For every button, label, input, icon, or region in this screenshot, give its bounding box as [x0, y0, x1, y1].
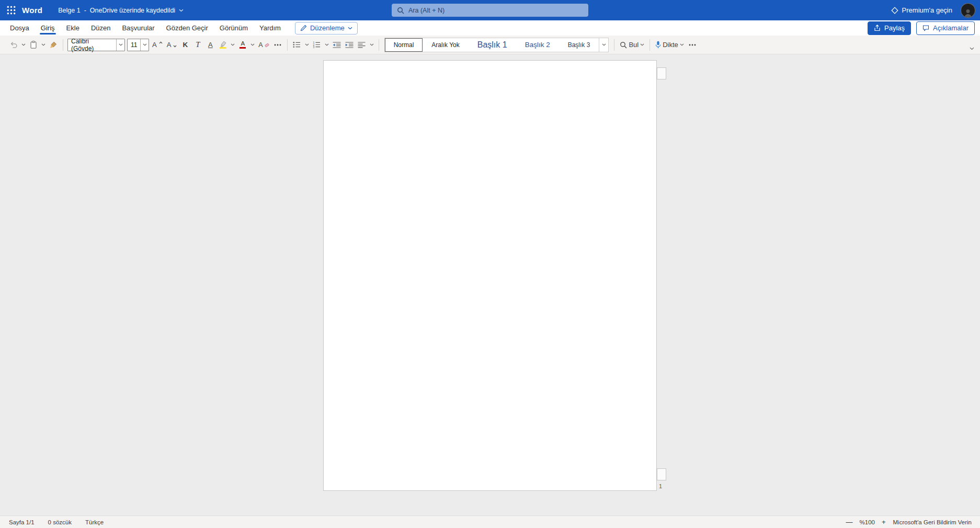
search-input[interactable]	[408, 7, 583, 14]
share-button[interactable]: Paylaş	[868, 21, 911, 35]
editing-mode-button[interactable]: Düzenleme	[295, 22, 358, 35]
alignment-button[interactable]	[356, 38, 368, 52]
zoom-in-button[interactable]: +	[882, 519, 886, 525]
chevron-down-icon	[21, 43, 26, 46]
caret-up-icon	[159, 41, 163, 44]
search-box[interactable]	[392, 4, 588, 17]
styles-gallery-expand-button[interactable]	[599, 38, 608, 52]
tab-basvurular[interactable]: Başvurular	[116, 20, 160, 36]
undo-button[interactable]	[7, 38, 20, 52]
ribbon-separator	[649, 39, 650, 51]
style-heading-1[interactable]: Başlık 1	[469, 38, 516, 52]
feedback-link[interactable]: Microsoft'a Geri Bildirim Verin	[893, 519, 972, 525]
highlighter-icon	[219, 41, 227, 49]
ribbon-separator	[379, 39, 379, 51]
page-number-indicator: 1	[659, 483, 662, 489]
zoom-level[interactable]: %100	[860, 519, 875, 525]
premium-label: Premium'a geçin	[902, 6, 952, 14]
style-heading-3[interactable]: Başlık 3	[559, 38, 599, 52]
italic-button[interactable]: T	[191, 38, 204, 52]
font-size-value: 11	[128, 39, 140, 51]
find-icon	[620, 41, 627, 49]
ellipsis-icon	[274, 44, 281, 46]
chevron-down-icon	[179, 9, 184, 12]
bulleted-list-icon	[293, 41, 301, 48]
grow-font-button[interactable]: A	[150, 38, 165, 52]
svg-text:3: 3	[313, 45, 315, 48]
font-color-button[interactable]: A	[236, 38, 249, 52]
font-color-icon: A	[240, 41, 246, 49]
font-name-combo[interactable]: Calibri (Gövde)	[67, 39, 125, 51]
format-painter-button[interactable]	[47, 38, 60, 52]
paste-button[interactable]	[27, 38, 40, 52]
tab-gorunum[interactable]: Görünüm	[214, 20, 254, 36]
bullets-dropdown[interactable]	[303, 38, 311, 52]
zoom-out-button[interactable]: —	[846, 519, 853, 525]
title-separator: -	[84, 7, 86, 14]
decrease-indent-button[interactable]	[331, 38, 343, 52]
shrink-font-button[interactable]: A	[165, 38, 179, 52]
premium-upgrade-button[interactable]: Premium'a geçin	[891, 6, 952, 14]
tab-dosya[interactable]: Dosya	[4, 20, 35, 36]
bold-button[interactable]: K	[179, 38, 191, 52]
bullets-button[interactable]	[291, 38, 303, 52]
comments-button[interactable]: Açıklamalar	[916, 21, 975, 35]
style-heading-2[interactable]: Başlık 2	[516, 38, 559, 52]
font-color-dropdown[interactable]	[249, 38, 256, 52]
margin-handle-bottom[interactable]	[657, 468, 666, 480]
style-label: Başlık 2	[525, 41, 550, 49]
font-name-dropdown[interactable]	[116, 39, 124, 51]
numbering-button[interactable]: 1 2 3	[311, 38, 323, 52]
tab-gozden-gecir[interactable]: Gözden Geçir	[161, 20, 214, 36]
style-normal[interactable]: Normal	[385, 38, 423, 52]
clear-formatting-button[interactable]: A	[256, 38, 271, 52]
margin-handle-top[interactable]	[657, 67, 666, 79]
more-ribbon-options-button[interactable]	[686, 38, 699, 52]
chevron-down-icon	[370, 43, 374, 46]
chevron-down-icon	[231, 43, 235, 46]
increase-indent-button[interactable]	[343, 38, 356, 52]
tab-yardim[interactable]: Yardım	[254, 20, 287, 36]
diamond-icon	[891, 7, 898, 14]
underline-button[interactable]: A	[204, 38, 216, 52]
caret-down-icon	[173, 45, 177, 48]
find-button[interactable]: Bul	[618, 38, 646, 52]
account-avatar[interactable]	[961, 3, 975, 18]
more-font-options-button[interactable]	[271, 38, 284, 52]
collapse-ribbon-button[interactable]	[967, 45, 976, 52]
save-status: OneDrive üzerinde kaydedildi	[90, 7, 175, 14]
font-size-combo[interactable]: 11	[127, 39, 149, 51]
font-size-dropdown[interactable]	[140, 39, 149, 51]
undo-icon	[10, 41, 18, 49]
ribbon-separator	[614, 39, 614, 51]
language-indicator[interactable]: Türkçe	[85, 519, 104, 525]
page-status[interactable]: Sayfa 1/1	[9, 519, 35, 525]
highlight-dropdown[interactable]	[229, 38, 236, 52]
document-title-bar[interactable]: Belge 1 - OneDrive üzerinde kaydedildi	[58, 7, 184, 14]
undo-dropdown[interactable]	[20, 38, 27, 52]
dictate-button[interactable]: Dikte	[653, 38, 686, 52]
search-icon	[397, 7, 404, 14]
microphone-icon	[655, 41, 661, 49]
header-actions: Premium'a geçin	[891, 3, 980, 18]
numbering-dropdown[interactable]	[323, 38, 331, 52]
document-page[interactable]	[323, 60, 657, 491]
style-no-spacing[interactable]: Aralık Yok	[423, 38, 468, 52]
chevron-down-icon	[305, 43, 309, 46]
chevron-down-icon	[143, 43, 147, 46]
clipboard-icon	[30, 41, 37, 49]
tab-duzen[interactable]: Düzen	[85, 20, 117, 36]
highlight-button[interactable]	[216, 38, 229, 52]
ribbon-toolbar: Calibri (Gövde) 11 A A K T A A	[0, 36, 980, 54]
tab-giris[interactable]: Giriş	[35, 20, 61, 36]
paste-dropdown[interactable]	[40, 38, 47, 52]
app-launcher-button[interactable]	[0, 0, 22, 20]
font-name-value: Calibri (Gövde)	[68, 39, 116, 51]
alignment-dropdown[interactable]	[368, 38, 375, 52]
tab-ekle[interactable]: Ekle	[61, 20, 85, 36]
chevron-down-icon	[119, 43, 123, 46]
share-label: Paylaş	[884, 24, 905, 32]
word-count[interactable]: 0 sözcük	[48, 519, 72, 525]
tab-bar-actions: Paylaş Açıklamalar	[868, 21, 975, 35]
zoom-controls: — %100 +	[846, 519, 886, 525]
